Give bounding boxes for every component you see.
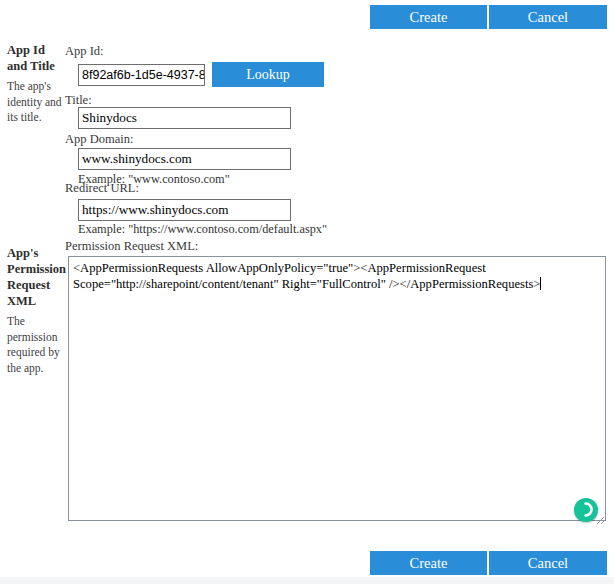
title-input[interactable]: Shinydocs bbox=[78, 107, 291, 129]
title-label: Title: bbox=[65, 93, 92, 108]
lookup-button[interactable]: Lookup bbox=[212, 62, 324, 87]
section-description-line: its title. bbox=[7, 110, 65, 126]
section-description: The permission required by the app. bbox=[7, 314, 65, 376]
section-description: The app's identity and its title. bbox=[7, 79, 65, 126]
white-arc-glyph bbox=[574, 498, 598, 522]
diagonal-grip-lines bbox=[596, 516, 605, 525]
section-description-line: required by bbox=[7, 345, 65, 361]
permission-xml-line: <AppPermissionRequests AllowAppOnlyPolic… bbox=[73, 260, 601, 276]
app-registration-page: Create Cancel App Id and Title The app's… bbox=[0, 0, 614, 584]
section-description-line: identity and bbox=[7, 95, 65, 111]
text-caret bbox=[540, 277, 541, 290]
section-description-line: the app. bbox=[7, 361, 65, 377]
permission-xml-line: Scope="http://sharepoint/content/tenant"… bbox=[73, 276, 601, 292]
redirect-url-label: Redirect URL: bbox=[65, 181, 139, 196]
section-heading: App's bbox=[7, 245, 65, 261]
bottom-button-row: Create Cancel bbox=[370, 551, 607, 575]
section-description-line: The app's bbox=[7, 79, 65, 95]
writing-assistant-icon[interactable] bbox=[574, 498, 598, 522]
section-heading: XML bbox=[7, 293, 65, 309]
section-heading: Permission bbox=[7, 261, 65, 277]
app-id-input[interactable]: 8f92af6b-1d5e-4937-841 bbox=[78, 64, 205, 86]
title-value: Shinydocs bbox=[82, 110, 137, 126]
app-domain-label: App Domain: bbox=[65, 132, 133, 147]
app-id-value: 8f92af6b-1d5e-4937-841 bbox=[82, 68, 205, 82]
section-heading: App Id bbox=[7, 42, 65, 58]
resize-grip-icon[interactable] bbox=[596, 511, 605, 520]
app-id-label: App Id: bbox=[65, 44, 104, 59]
create-button-bottom[interactable]: Create bbox=[370, 551, 487, 575]
section-heading: Request bbox=[7, 277, 65, 293]
app-domain-input[interactable]: www.shinydocs.com bbox=[78, 148, 291, 170]
section-description-line: The bbox=[7, 314, 65, 330]
permission-xml-textarea[interactable]: <AppPermissionRequests AllowAppOnlyPolic… bbox=[68, 256, 606, 521]
app-domain-value: www.shinydocs.com bbox=[82, 151, 192, 167]
section-permission-request-xml: App's Permission Request XML The permiss… bbox=[7, 245, 65, 376]
cancel-button-bottom[interactable]: Cancel bbox=[489, 551, 607, 575]
create-button-top[interactable]: Create bbox=[370, 5, 487, 29]
section-app-id-and-title: App Id and Title The app's identity and … bbox=[7, 42, 65, 126]
top-button-row: Create Cancel bbox=[370, 5, 607, 29]
section-description-line: permission bbox=[7, 330, 65, 346]
window-bottom-strip bbox=[0, 577, 614, 584]
cancel-button-top[interactable]: Cancel bbox=[489, 5, 607, 29]
redirect-url-input[interactable]: https://www.shinydocs.com bbox=[78, 199, 291, 221]
redirect-url-example: Example: "https://www.contoso.com/defaul… bbox=[78, 222, 327, 237]
redirect-url-value: https://www.shinydocs.com bbox=[82, 202, 228, 218]
section-heading: and Title bbox=[7, 58, 65, 74]
permission-xml-label: Permission Request XML: bbox=[65, 239, 198, 254]
